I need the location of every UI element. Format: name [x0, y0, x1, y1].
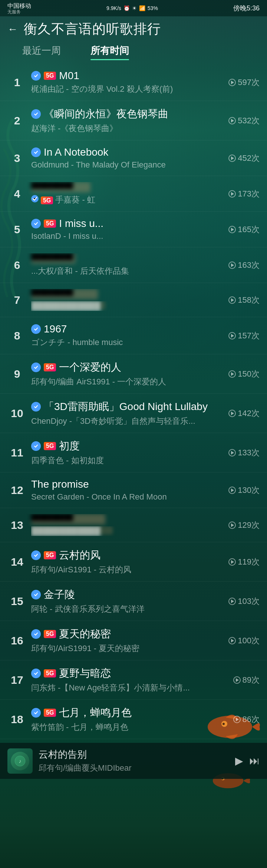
svg-point-13 [33, 404, 39, 410]
song-artist: 邱有句/AirS1991 - 云村的风 [31, 564, 224, 575]
play-count-icon [228, 296, 236, 304]
song-info: 「3D雷雨助眠」Good Night LullabyChenDjoy -「3D奇… [27, 400, 228, 427]
song-info: 5G夏野与暗恋闫东炜 -【New Age轻音乐】小清新与小情... [27, 666, 233, 693]
svg-point-12 [33, 364, 39, 370]
tab-recent-week[interactable]: 最近一周 [22, 44, 61, 60]
song-info: 5G七月，蝉鸣月色紫竹笛韵 - 七月，蝉鸣月色 [27, 706, 233, 733]
vip-badge: 5G [44, 709, 56, 717]
vip-badge: 5G [44, 442, 56, 450]
verified-icon [31, 590, 41, 599]
song-item[interactable]: 10「3D雷雨助眠」Good Night LullabyChenDjoy -「3… [0, 394, 267, 433]
verified-icon [31, 109, 41, 119]
play-count-number: 133次 [238, 447, 260, 458]
carrier-info: 中国移动 无服务 [7, 2, 31, 14]
svg-point-11 [33, 326, 39, 332]
song-item[interactable]: 145G云村的风邱有句/AirS1991 - 云村的风119次 [0, 542, 267, 582]
song-play-count: 86次 [233, 714, 260, 725]
song-info: 5G初度四季音色 - 如初如度 [27, 439, 228, 466]
song-info: ██████████...大权/音和 - 后天依作品集 [27, 253, 228, 277]
song-title: 一个深爱的人 [59, 360, 121, 374]
song-artist: 阿轮 - 武侠音乐系列之喜气洋洋 [31, 604, 224, 615]
play-count-icon [228, 637, 236, 644]
next-button[interactable]: ⏭ [249, 755, 260, 767]
song-item[interactable]: 2《瞬间的永恒》夜色钢琴曲赵海洋 -《夜色钢琴曲》532次 [0, 101, 267, 140]
song-item[interactable]: 55GI miss u...IsotlanD - I miss u...165次 [0, 212, 267, 247]
play-count-number: 532次 [238, 115, 260, 126]
vip-badge: 5G [44, 551, 56, 559]
vip-badge-artist: 5G [41, 196, 53, 204]
song-artist-blurred: ████████████ [31, 526, 113, 534]
song-rank: 2 [7, 114, 27, 127]
song-play-count: 165次 [228, 224, 260, 235]
song-info: 金子陵阿轮 - 武侠音乐系列之喜气洋洋 [27, 588, 228, 615]
song-rank: 13 [7, 519, 27, 531]
verified-icon [31, 669, 41, 678]
song-info: 5GM01梶浦由記 - 空の境界 Vol.2 殺人考察(前) [27, 70, 228, 95]
song-play-count: 142次 [228, 408, 260, 419]
song-item[interactable]: 165G夏天的秘密邱有句/AirS1991 - 夏天的秘密100次 [0, 621, 267, 660]
song-artist: ゴンチチ - humble music [31, 337, 224, 348]
thumb-inner: ♪ [11, 752, 29, 770]
song-info: 《瞬间的永恒》夜色钢琴曲赵海洋 -《夜色钢琴曲》 [27, 107, 228, 134]
song-title-row: The promise [31, 478, 224, 490]
song-item[interactable]: 15GM01梶浦由記 - 空の境界 Vol.2 殺人考察(前)597次 [0, 64, 267, 101]
play-count-icon [228, 226, 236, 233]
status-icons: 9.9K/s ⏰ ☀ 📶 53% [106, 5, 158, 11]
song-item[interactable]: 6██████████...大权/音和 - 后天依作品集163次 [0, 247, 267, 283]
vip-badge: 5G [44, 220, 56, 228]
vip-badge: 5G [44, 363, 56, 371]
music-note-icon: ♪ [14, 755, 26, 767]
play-count-number: 130次 [238, 485, 260, 496]
song-artist: ████████████ [31, 301, 224, 311]
tab-all-time[interactable]: 所有时间 [90, 44, 129, 60]
svg-point-18 [33, 670, 39, 676]
song-info: 5GI miss u...IsotlanD - I miss u... [27, 218, 228, 241]
song-play-count: 89次 [233, 674, 260, 686]
song-rank: 17 [7, 674, 27, 686]
song-title-blurred: ██████████ [31, 182, 90, 192]
song-item[interactable]: 4██████████5G手嘉葵 - 虹173次 [0, 176, 267, 212]
play-count-number: 173次 [238, 188, 260, 199]
tab-bar: 最近一周 所有时间 [0, 44, 267, 60]
play-count-number: 119次 [238, 556, 260, 568]
song-rank: 12 [7, 484, 27, 497]
song-artist: 5G手嘉葵 - 虹 [31, 194, 224, 205]
back-button[interactable]: ← [7, 24, 18, 35]
song-item[interactable]: 7██████████████████████158次 [0, 283, 267, 317]
play-count-icon [228, 410, 236, 417]
song-item[interactable]: 95G一个深爱的人邱有句/编曲 AirS1991 - 一个深爱的人150次 [0, 354, 267, 394]
song-item[interactable]: 13██████████████████████129次 [0, 508, 267, 542]
song-rank: 6 [7, 259, 27, 272]
song-item[interactable]: 81967ゴンチチ - humble music157次 [0, 317, 267, 354]
status-time: 傍晚5:36 [233, 4, 260, 13]
song-title-row: ██████████ [31, 514, 224, 524]
play-count-icon [228, 155, 236, 162]
verified-icon [31, 402, 41, 412]
play-count-number: 150次 [238, 368, 260, 380]
song-artist: 四季音色 - 如初如度 [31, 455, 224, 466]
song-item[interactable]: 185G七月，蝉鸣月色紫竹笛韵 - 七月，蝉鸣月色86次 [0, 700, 267, 739]
play-count-icon [228, 190, 236, 198]
song-play-count: 532次 [228, 115, 260, 126]
carrier-name: 中国移动 [7, 2, 31, 9]
song-artist: 赵海洋 -《夜色钢琴曲》 [31, 123, 224, 134]
song-item[interactable]: 12The promiseSecret Garden - Once In A R… [0, 472, 267, 508]
now-playing-bar[interactable]: ♪ 云村的告别 邱有句/编曲覆头MIDIbear ▶ ⏭ [0, 743, 267, 779]
header: ← 衡久不言语的听歌排行 [0, 16, 267, 44]
play-count-number: 103次 [238, 596, 260, 607]
song-rank: 4 [7, 188, 27, 200]
song-item[interactable]: 15金子陵阿轮 - 武侠音乐系列之喜气洋洋103次 [0, 582, 267, 621]
song-item[interactable]: 3In A NotebookGoldmund - The Malady Of E… [0, 140, 267, 176]
song-rank: 10 [7, 407, 27, 420]
song-item[interactable]: 115G初度四季音色 - 如初如度133次 [0, 433, 267, 472]
song-play-count: 597次 [228, 77, 260, 88]
verified-icon [31, 550, 41, 560]
play-pause-button[interactable]: ▶ [235, 755, 243, 767]
song-item[interactable]: 175G夏野与暗恋闫东炜 -【New Age轻音乐】小清新与小情...89次 [0, 660, 267, 700]
verified-icon [31, 71, 41, 81]
song-play-count: 173次 [228, 188, 260, 199]
song-play-count: 129次 [228, 520, 260, 531]
song-play-count: 157次 [228, 330, 260, 341]
svg-text:♪: ♪ [19, 758, 22, 764]
now-playing-thumbnail: ♪ [7, 748, 33, 774]
